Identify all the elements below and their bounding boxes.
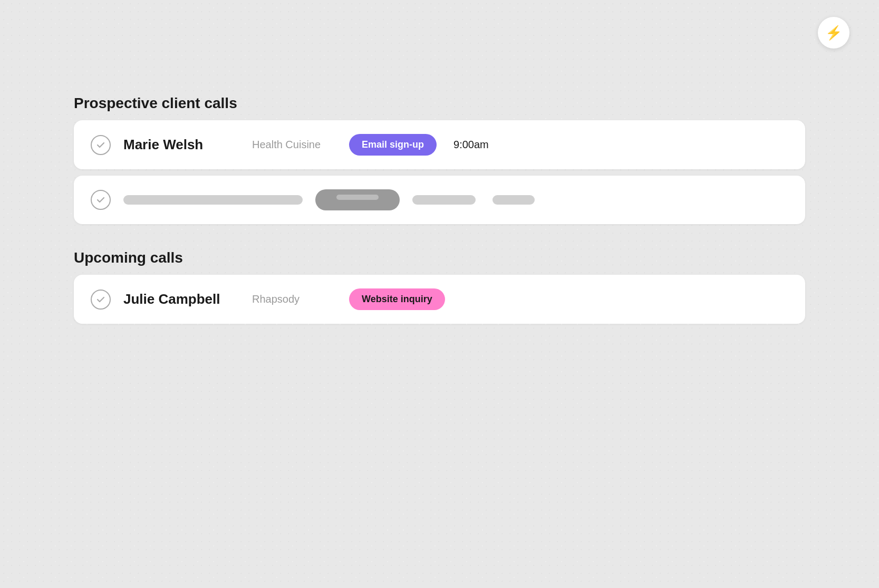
check-circle-julie[interactable] <box>91 290 111 310</box>
redacted-time-bar <box>412 195 476 205</box>
redacted-tag <box>315 189 400 210</box>
marie-welsh-card[interactable]: Marie Welsh Health Cuisine Email sign-up… <box>74 120 805 169</box>
checkmark-icon-redacted <box>95 195 106 205</box>
checkmark-icon-julie <box>95 294 106 305</box>
prospective-section-title: Prospective client calls <box>74 95 805 112</box>
redacted-card <box>74 176 805 224</box>
marie-welsh-name: Marie Welsh <box>123 137 239 153</box>
redacted-extra-bar <box>492 195 535 205</box>
julie-campbell-name: Julie Campbell <box>123 291 239 307</box>
marie-welsh-tag[interactable]: Email sign-up <box>349 134 437 156</box>
lightning-icon: ⚡ <box>825 25 842 41</box>
quick-action-button[interactable]: ⚡ <box>818 17 849 49</box>
julie-campbell-card[interactable]: Julie Campbell Rhapsody Website inquiry <box>74 275 805 324</box>
check-circle-marie[interactable] <box>91 135 111 155</box>
check-circle-redacted <box>91 190 111 210</box>
julie-campbell-company: Rhapsody <box>252 293 336 305</box>
julie-campbell-tag[interactable]: Website inquiry <box>349 288 445 310</box>
main-content: Prospective client calls Marie Welsh Hea… <box>74 95 805 330</box>
marie-welsh-company: Health Cuisine <box>252 139 336 151</box>
upcoming-section-title: Upcoming calls <box>74 249 805 266</box>
marie-welsh-time: 9:00am <box>453 139 489 151</box>
redacted-name-bar <box>123 195 303 205</box>
checkmark-icon <box>95 140 106 150</box>
upcoming-section: Upcoming calls Julie Campbell Rhapsody W… <box>74 249 805 330</box>
prospective-section: Prospective client calls Marie Welsh Hea… <box>74 95 805 230</box>
